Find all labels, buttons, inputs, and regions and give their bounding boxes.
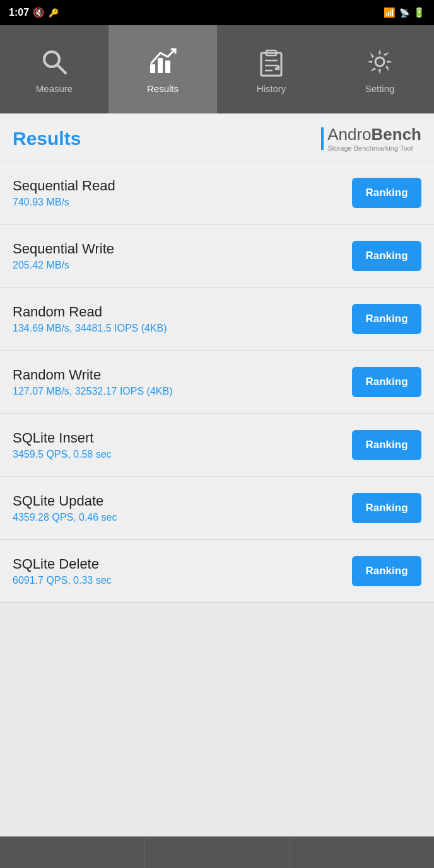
tab-history-label: History (257, 83, 286, 94)
result-value: 6091.7 QPS, 0.33 sec (13, 575, 352, 586)
status-bar: 1:07 🔇 🔑 📶 📡 🔋 (0, 0, 434, 25)
result-row-sequential-read: Sequential Read 740.93 MB/s Ranking (0, 161, 434, 224)
result-row-random-read: Random Read 134.69 MB/s, 34481.5 IOPS (4… (0, 287, 434, 350)
logo-subtitle: Storage Benchmarking Tool (327, 144, 413, 152)
svg-rect-2 (150, 64, 155, 73)
result-name: Random Write (13, 367, 352, 383)
svg-point-11 (375, 57, 384, 66)
tab-setting-label: Setting (365, 83, 395, 94)
page-title: Results (13, 128, 81, 149)
bottom-nav-item-2[interactable] (145, 836, 290, 868)
wifi-icon: 📶 (384, 7, 396, 18)
result-name: SQLite Update (13, 493, 352, 509)
status-right: 📶 📡 🔋 (384, 7, 425, 18)
result-value: 205.42 MB/s (13, 260, 352, 271)
status-left: 1:07 🔇 🔑 (9, 7, 59, 18)
search-icon (38, 45, 71, 78)
result-row-sqlite-delete: SQLite Delete 6091.7 QPS, 0.33 sec Ranki… (0, 540, 434, 603)
result-name: Sequential Read (13, 178, 352, 194)
result-value: 3459.5 QPS, 0.58 sec (13, 449, 352, 460)
svg-rect-5 (261, 53, 281, 76)
clipboard-icon (255, 45, 288, 78)
ranking-button-random-read[interactable]: Ranking (352, 304, 421, 334)
tab-results[interactable]: Results (108, 25, 217, 113)
result-value: 134.69 MB/s, 34481.5 IOPS (4KB) (13, 323, 352, 334)
bottom-nav-item-3[interactable] (290, 836, 434, 868)
bottom-nav-item-1[interactable] (0, 836, 145, 868)
svg-rect-3 (158, 58, 163, 73)
result-value: 740.93 MB/s (13, 197, 352, 208)
nav-tabs: Measure Results History (0, 25, 434, 113)
results-header: Results AndroBench Storage Benchmarking … (0, 113, 434, 161)
mute-icon: 🔇 (33, 7, 45, 18)
androbench-logo: AndroBench Storage Benchmarking Tool (321, 125, 421, 152)
status-time: 1:07 (9, 7, 29, 18)
results-list: Sequential Read 740.93 MB/s Ranking Sequ… (0, 161, 434, 603)
ranking-button-sequential-read[interactable]: Ranking (352, 178, 421, 208)
logo-bar (321, 127, 324, 150)
tab-history[interactable]: History (217, 25, 326, 113)
tab-measure-label: Measure (36, 83, 73, 94)
result-name: SQLite Delete (13, 556, 352, 572)
result-name: Sequential Write (13, 241, 352, 257)
result-name: SQLite Insert (13, 430, 352, 446)
result-row-sqlite-update: SQLite Update 4359.28 QPS, 0.46 sec Rank… (0, 477, 434, 540)
battery-icon: 🔋 (413, 7, 425, 18)
vpn-icon: 🔑 (49, 8, 59, 18)
ranking-button-random-write[interactable]: Ranking (352, 367, 421, 397)
svg-line-1 (57, 65, 66, 73)
result-row-random-write: Random Write 127.07 MB/s, 32532.17 IOPS … (0, 350, 434, 414)
ranking-button-sqlite-delete[interactable]: Ranking (352, 556, 421, 586)
tab-results-label: Results (147, 83, 179, 94)
bottom-nav (0, 836, 434, 868)
result-value: 127.07 MB/s, 32532.17 IOPS (4KB) (13, 386, 352, 397)
signal-icon: 📡 (399, 8, 409, 18)
tab-setting[interactable]: Setting (326, 25, 434, 113)
result-row-sqlite-insert: SQLite Insert 3459.5 QPS, 0.58 sec Ranki… (0, 414, 434, 477)
result-value: 4359.28 QPS, 0.46 sec (13, 512, 352, 523)
ranking-button-sqlite-insert[interactable]: Ranking (352, 430, 421, 460)
logo-text: AndroBench (327, 125, 421, 144)
ranking-button-sqlite-update[interactable]: Ranking (352, 493, 421, 523)
svg-rect-4 (165, 61, 170, 73)
chart-icon (146, 45, 179, 78)
result-name: Random Read (13, 304, 352, 320)
ranking-button-sequential-write[interactable]: Ranking (352, 241, 421, 271)
result-row-sequential-write: Sequential Write 205.42 MB/s Ranking (0, 224, 434, 287)
gear-icon (363, 45, 396, 78)
tab-measure[interactable]: Measure (0, 25, 108, 113)
